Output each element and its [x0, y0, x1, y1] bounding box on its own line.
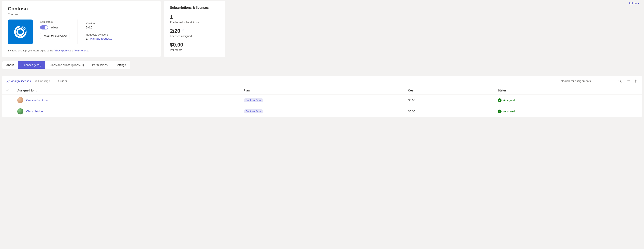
column-header-assigned-to-label: Assigned to [17, 89, 34, 92]
app-status-toggle-label: Allow [51, 26, 58, 29]
select-all-checkbox[interactable] [2, 86, 13, 95]
licenses-table: Assigned to ↓ Plan Cost Status Cassandra… [2, 86, 642, 117]
app-title: Contoso [8, 6, 155, 11]
cost-cell: $0.00 [404, 95, 494, 106]
plan-badge: Contoso Basic [244, 98, 264, 102]
tab-permissions[interactable]: Permissions [88, 61, 112, 69]
table-row[interactable]: Cassandra Dunn Contoso Basic $0.00 ✓ Ass… [2, 95, 642, 106]
cost-cell: $0.00 [404, 106, 494, 117]
action-dropdown[interactable]: Action ▾ [629, 2, 639, 5]
policy-text: By using this app, your users agree to t… [8, 49, 155, 52]
filter-icon[interactable] [627, 79, 631, 83]
row-checkbox[interactable] [2, 95, 13, 106]
svg-point-5 [635, 80, 636, 81]
privacy-policy-link[interactable]: Privacy policy [54, 49, 68, 52]
svg-line-4 [620, 82, 622, 82]
info-icon[interactable]: ⓘ [182, 28, 184, 32]
user-name-link[interactable]: Chris Naidoo [26, 110, 43, 113]
chevron-down-icon: ▾ [638, 2, 639, 5]
version-label: Version [86, 22, 155, 25]
requests-count: 1 [86, 37, 88, 40]
user-count-num: 2 [58, 79, 59, 83]
status-badge: ✓ Assigned [498, 110, 638, 113]
user-name-link[interactable]: Cassandra Dunn [26, 99, 48, 102]
assign-licenses-button[interactable]: Assign licenses [6, 79, 31, 83]
column-header-assigned-to[interactable]: Assigned to ↓ [13, 86, 240, 95]
app-overview-card: Contoso Contoso App status Allow I [2, 1, 161, 57]
svg-point-1 [17, 29, 24, 35]
terms-of-use-link[interactable]: Terms of use [74, 49, 88, 52]
gear-icon[interactable] [634, 79, 638, 83]
search-input-field[interactable] [561, 79, 618, 83]
status-badge: ✓ Assigned [498, 98, 638, 102]
subscriptions-heading: Subscriptions & licenses [170, 6, 219, 9]
search-assignments-input[interactable] [559, 78, 624, 84]
requests-label: Requests by users [86, 33, 155, 36]
avatar [17, 97, 24, 103]
checkmark-icon: ✓ [498, 98, 502, 102]
tab-plans[interactable]: Plans and subscriptions (1) [46, 61, 88, 69]
app-status-label: App status [40, 20, 70, 23]
people-add-icon [6, 79, 10, 83]
close-icon: ✕ [34, 79, 37, 83]
svg-point-3 [619, 80, 621, 82]
column-header-cost[interactable]: Cost [404, 86, 494, 95]
status-label: Assigned [503, 99, 515, 102]
subscriptions-card: Subscriptions & licenses 1 Purchased sub… [164, 1, 225, 57]
policy-suffix: . [88, 49, 88, 52]
sort-down-icon: ↓ [36, 89, 37, 92]
tab-licenses[interactable]: Licenses (2/20) [18, 61, 46, 69]
user-count: 2 users [58, 79, 67, 83]
app-subtitle: Contoso [8, 13, 155, 16]
assign-licenses-label: Assign licenses [11, 79, 31, 83]
unassign-label: Unassign [38, 79, 50, 83]
app-status-toggle[interactable] [40, 25, 48, 29]
cost-label: Per month [170, 48, 219, 51]
search-icon [618, 79, 622, 83]
purchased-count: 1 [170, 14, 219, 20]
purchased-label: Purchased subscriptions [170, 21, 219, 24]
divider [54, 79, 54, 83]
status-label: Assigned [503, 110, 515, 113]
policy-and: and [68, 49, 74, 52]
user-count-label: users [59, 79, 67, 83]
action-dropdown-label: Action [629, 2, 637, 5]
install-for-everyone-button[interactable]: Install for everyone [40, 33, 70, 39]
row-checkbox[interactable] [2, 106, 13, 117]
svg-point-2 [7, 80, 8, 81]
version-value: 5.0.0 [86, 26, 155, 29]
licenses-ratio: 2/20 [170, 28, 180, 34]
app-logo-icon [8, 19, 33, 44]
tab-settings[interactable]: Settings [112, 61, 130, 69]
tab-about[interactable]: About [2, 61, 18, 69]
cost-value: $0.00 [170, 42, 219, 48]
manage-requests-link[interactable]: Manage requests [90, 37, 112, 40]
avatar [17, 108, 24, 114]
column-header-status[interactable]: Status [494, 86, 642, 95]
column-header-plan[interactable]: Plan [240, 86, 404, 95]
unassign-button: ✕ Unassign [34, 79, 50, 83]
licenses-panel: Assign licenses ✕ Unassign 2 users [2, 76, 642, 117]
licenses-label: Licenses assigned [170, 34, 219, 38]
checkmark-icon: ✓ [498, 110, 502, 113]
tabs-bar: About Licenses (2/20) Plans and subscrip… [2, 61, 130, 69]
table-row[interactable]: Chris Naidoo Contoso Basic $0.00 ✓ Assig… [2, 106, 642, 117]
policy-prefix: By using this app, your users agree to t… [8, 49, 54, 52]
plan-badge: Contoso Basic [244, 109, 264, 113]
divider [78, 19, 78, 44]
